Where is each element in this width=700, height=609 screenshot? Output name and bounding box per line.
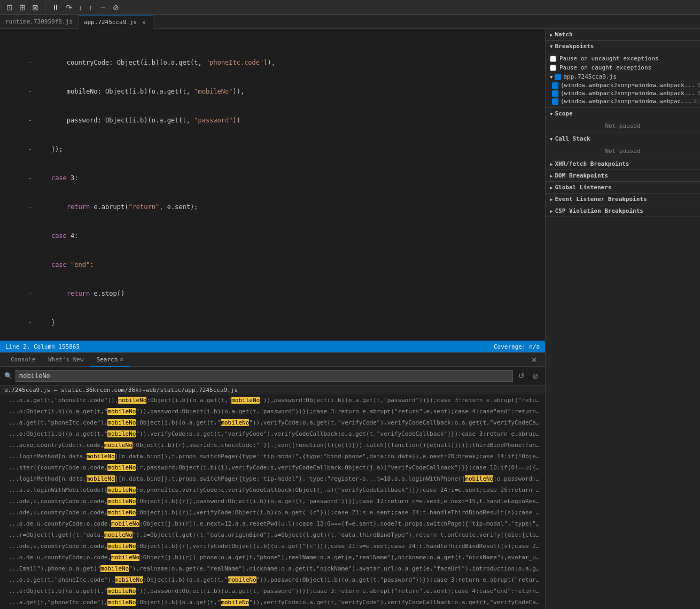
event-header[interactable]: ▶ Event Listener Breakpoints	[546, 194, 700, 205]
step-into-btn[interactable]: ↓	[76, 2, 84, 13]
list-item[interactable]: ...o.de.u,countryCode:o.code,mobileNo:Ob…	[0, 518, 545, 529]
dom-triangle: ▶	[550, 173, 553, 179]
code-line: - case 4:	[28, 231, 545, 241]
search-file-name: p.7245cca9.js — static.36krcdn.com/36kr-…	[4, 387, 238, 394]
search-cancel-btn[interactable]: ⊘	[530, 371, 541, 381]
list-item[interactable]: ...loginMethod[n.data.mobileNo][n.data.b…	[0, 451, 545, 462]
global-header[interactable]: ▶ Global Listeners	[546, 182, 700, 193]
xhr-header[interactable]: ▶ XHR/fetch Breakpoints	[546, 158, 700, 169]
bp-file-triangle: ▼	[550, 74, 553, 80]
bp-text-2: (window.webpackJsonp=window.webpack...	[561, 90, 695, 97]
pause-caught-checkbox[interactable]	[550, 65, 556, 71]
list-item[interactable]: ...o.de.u,countryCode:o.code,mobileNo:Ob…	[0, 552, 545, 563]
ln-32	[6, 327, 20, 337]
breakpoints-header[interactable]: ▼ Breakpoints	[546, 41, 700, 52]
bp-check-3	[552, 98, 558, 105]
search-input[interactable]	[15, 370, 513, 382]
bp-check-1	[552, 82, 558, 89]
list-item[interactable]: ...a.a.loginWithMobileCode({mobileNo:o,p…	[0, 484, 545, 496]
scope-section: ▼ Scope Not paused	[546, 108, 700, 133]
step-over-btn[interactable]: ↷	[64, 2, 74, 13]
elements-btn[interactable]: ⊡	[4, 2, 15, 13]
tab-search[interactable]: Search ✕	[90, 353, 130, 367]
list-item[interactable]: ...a.get(t,"phoneItc.code"),mobileNo:Obj…	[0, 417, 545, 428]
ln-8	[6, 96, 20, 106]
bp-item-3[interactable]: (window.webpackJsonp=window.webpac... 2:…	[550, 97, 696, 105]
breakpoints-label: Breakpoints	[555, 43, 594, 50]
search-refresh-btn[interactable]: ↺	[516, 371, 527, 381]
list-item[interactable]: ...loginMethod[n.data.mobileNo][n.data.b…	[0, 473, 545, 484]
pause-uncaught-checkbox[interactable]	[550, 56, 556, 62]
console-btn[interactable]: ⊞	[17, 2, 28, 13]
code-line: - return e.abrupt("return", e.sent);	[28, 202, 545, 212]
callstack-section: ▼ Call Stack Not paused	[546, 133, 700, 158]
sources-btn[interactable]: ⊠	[30, 2, 41, 13]
list-item[interactable]: ...o:Object(i.b)(o.a.get(t,"mobileNo")),…	[0, 406, 545, 417]
bp-line-2: 2:155779	[697, 90, 700, 96]
callstack-header[interactable]: ▼ Call Stack	[546, 133, 700, 144]
list-item[interactable]: ...o.a.get(t,"phoneItc.code"),mobileNo:O…	[0, 574, 545, 585]
tab-runtime-label: runtime.730959f8.js	[5, 18, 73, 25]
code-line: - case "end":	[28, 260, 545, 269]
code-line: - countryCode: Object(i.b)(o.a.get(t, "p…	[28, 58, 545, 67]
tab-app-close[interactable]: ✕	[140, 18, 147, 26]
csp-section: ▶ CSP Violation Breakpoints	[546, 205, 700, 217]
close-bottom-panel-btn[interactable]: ✕	[528, 356, 541, 364]
list-item[interactable]: ...r=Object(l.get)(t,"data.mobileNo"),i=…	[0, 529, 545, 541]
csp-label: CSP Violation Breakpoints	[555, 207, 643, 214]
divider1	[45, 3, 45, 12]
tab-whatsnew[interactable]: What's New	[42, 353, 90, 367]
bp-file-check	[555, 74, 561, 80]
callstack-triangle: ▼	[550, 136, 553, 142]
status-bar: Line 2, Column 155865 Coverage: n/a	[0, 341, 545, 352]
list-item[interactable]: ...Email"),phone:o.a.get("mobileNo"),rea…	[0, 563, 545, 574]
csp-header[interactable]: ▶ CSP Violation Breakpoints	[546, 205, 700, 217]
bp-item-2[interactable]: (window.webpackJsonp=window.webpack... 2…	[550, 89, 696, 97]
ln-20	[6, 212, 20, 221]
tab-console[interactable]: Console	[4, 353, 42, 367]
breakpoints-triangle: ▼	[550, 44, 553, 49]
dom-section: ▶ DOM Breakpoints	[546, 170, 700, 182]
pause-btn[interactable]: ⏸	[50, 2, 61, 13]
ln-21	[6, 221, 20, 231]
ln-18	[6, 192, 20, 202]
list-item[interactable]: ...ode,u,countryCode:o.code,mobileNo:Obj…	[0, 541, 545, 552]
list-item[interactable]: ...acko,countryCode:n.code,mobileNo:Obje…	[0, 440, 545, 451]
dom-header[interactable]: ▶ DOM Breakpoints	[546, 170, 700, 181]
scope-header[interactable]: ▼ Scope	[546, 108, 700, 119]
global-section: ▶ Global Listeners	[546, 182, 700, 194]
list-item[interactable]: ...o:Object(i.b)(o.a.get(t,"mobileNo")),…	[0, 585, 545, 597]
list-item[interactable]: ...ode,u,countryCode:o.code,mobileNo:Obj…	[0, 507, 545, 518]
bp-line-3: 2:1304443	[694, 98, 700, 104]
pause-uncaught-item: Pause on uncaught exceptions	[550, 54, 696, 63]
ln-10	[6, 115, 20, 125]
code-line: - mobileNo: Object(i.b)(o.a.get(t, "mobi…	[28, 87, 545, 96]
tab-app[interactable]: app.7245cca9.js ✕	[79, 15, 153, 29]
list-item[interactable]: ...a.get(t,"phoneItc.code"),mobileNo:Obj…	[0, 597, 545, 608]
ln-24	[6, 250, 20, 260]
step-btn[interactable]: →	[97, 2, 108, 13]
code-editor[interactable]: - countryCode: Object(i.b)(o.a.get(t, "p…	[0, 29, 545, 341]
ln-15	[6, 164, 20, 173]
tab-bar: runtime.730959f8.js app.7245cca9.js ✕	[0, 15, 700, 29]
search-results[interactable]: p.7245cca9.js — static.36krcdn.com/36kr-…	[0, 386, 545, 609]
scope-triangle: ▼	[550, 111, 553, 117]
tab-runtime[interactable]: runtime.730959f8.js	[0, 15, 79, 29]
bp-text-3: (window.webpackJsonp=window.webpac...	[561, 98, 691, 105]
watch-header[interactable]: ▶ Watch	[546, 29, 700, 40]
ln-19	[6, 202, 20, 212]
list-item[interactable]: ...ode,u,countryCode:o.code,mobileNo:Obj…	[0, 496, 545, 507]
list-item[interactable]: ...o.a.get(t,"phoneItc.code")),mobileNo:…	[0, 395, 545, 406]
event-label: Event Listener Breakpoints	[555, 196, 647, 203]
deactivate-btn[interactable]: ⊘	[111, 2, 121, 13]
list-item[interactable]: ...ster({countryCode:o.code,mobileNo:r,p…	[0, 462, 545, 473]
tab-search-close[interactable]: ✕	[120, 356, 123, 363]
bottom-tabs: Console What's New Search ✕ ✕	[0, 353, 545, 367]
step-out-btn[interactable]: ↑	[87, 2, 95, 13]
bp-item-1[interactable]: (window.webpackJsonp=window.webpack... 2…	[550, 81, 696, 89]
right-panel: ▶ Watch ▼ Breakpoints Pause on uncaught …	[545, 29, 700, 609]
search-file-header: p.7245cca9.js — static.36krcdn.com/36kr-…	[0, 386, 545, 395]
ln-22	[6, 231, 20, 241]
ln-6	[6, 77, 20, 87]
list-item[interactable]: ...o:Object(i.b)(o.a.get(t,"mobileNo")),…	[0, 428, 545, 440]
